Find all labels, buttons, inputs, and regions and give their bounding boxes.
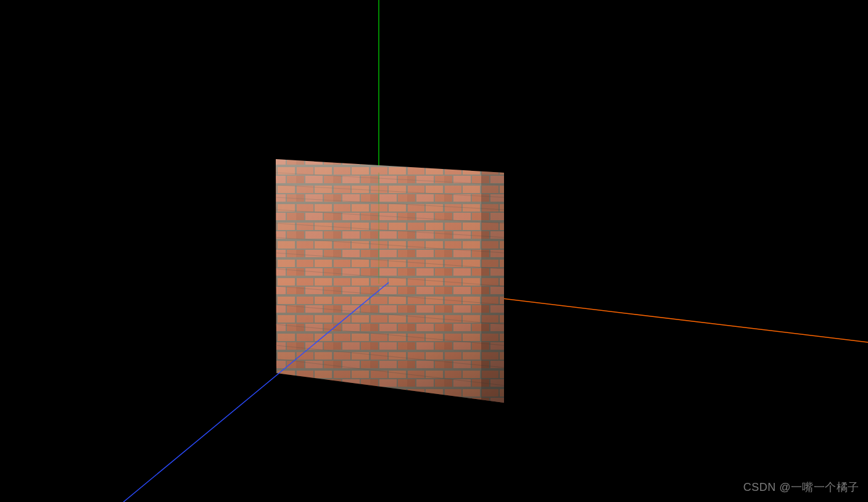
3d-viewport[interactable]: CSDN @一嘴一个橘子	[0, 0, 868, 502]
svg-marker-22	[481, 171, 504, 403]
z-axis-front	[123, 282, 389, 502]
brick-plane	[276, 159, 504, 403]
scene-canvas[interactable]	[0, 0, 868, 502]
svg-marker-21	[276, 159, 504, 403]
